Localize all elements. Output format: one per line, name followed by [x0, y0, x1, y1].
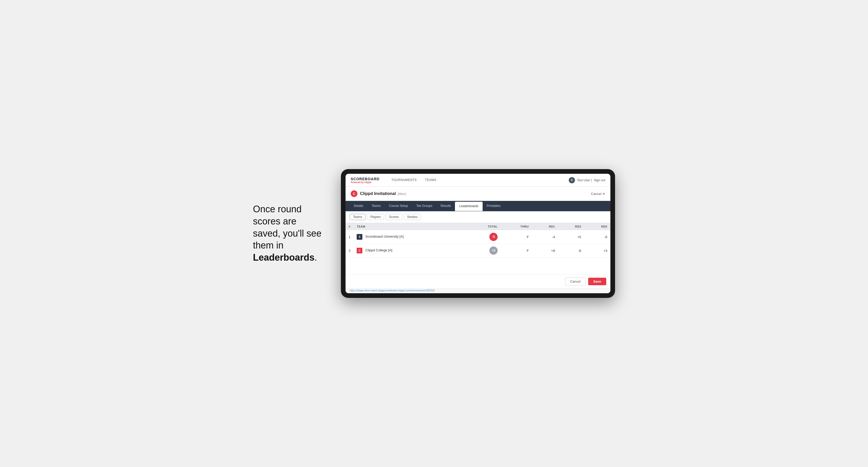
cancel-button-header[interactable]: Cancel ✕ — [591, 192, 605, 196]
table-header-row: # TEAM TOTAL THRU RD1 RD2 RD3 — [345, 223, 610, 230]
nav-teams[interactable]: TEAMS — [421, 174, 440, 187]
user-name: Test User | — [577, 179, 592, 182]
tournament-subtitle: (Men) — [398, 192, 406, 196]
sub-navigation: Details Teams Course Setup Tee Groups Re… — [345, 201, 610, 211]
tab-leaderboards[interactable]: Leaderboards — [455, 202, 483, 211]
url-bar: https://stage-blue-coach.stagescoreboard… — [345, 288, 610, 293]
col-rank: # — [345, 223, 353, 230]
tab-tee-groups[interactable]: Tee Groups — [412, 201, 436, 211]
rd1-cell: +8 — [532, 244, 558, 257]
total-cell: +3 — [467, 244, 501, 257]
rank-cell: 2 — [345, 244, 353, 257]
filter-bar: Teams Players Scores Strokes — [345, 211, 610, 223]
sign-out-link[interactable]: Sign out — [594, 179, 605, 182]
cancel-button-footer[interactable]: Cancel — [565, 277, 585, 285]
logo-powered: Powered by clippd — [351, 181, 379, 184]
thru-cell: F — [501, 244, 532, 257]
nav-items: TOURNAMENTS TEAMS — [387, 174, 569, 187]
leaderboard-content: # TEAM TOTAL THRU RD1 RD2 RD3 1 S Scoreb… — [345, 223, 610, 275]
filter-players[interactable]: Players — [367, 214, 384, 220]
team-cell: C Clippd College [A] — [353, 244, 467, 257]
col-thru: THRU — [501, 223, 532, 230]
top-navigation: SCOREBOARD Powered by clippd TOURNAMENTS… — [345, 174, 610, 187]
team-logo: C — [356, 248, 362, 253]
footer: Cancel Save — [345, 275, 610, 288]
nav-tournaments[interactable]: TOURNAMENTS — [387, 174, 421, 187]
col-team: TEAM — [353, 223, 467, 230]
rd2-cell: +5 — [558, 230, 584, 244]
rd3-cell: -6 — [584, 230, 610, 244]
logo-main: SCOREBOARD — [351, 177, 379, 181]
col-total: TOTAL — [467, 223, 501, 230]
team-name: Scoreboard University [A] — [366, 235, 403, 239]
team-cell: S Scoreboard University [A] — [353, 230, 467, 244]
table-row: 2 C Clippd College [A] +3 F +8 -8 +3 — [345, 244, 610, 257]
tab-teams[interactable]: Teams — [368, 201, 385, 211]
leaderboard-table: # TEAM TOTAL THRU RD1 RD2 RD3 1 S Scoreb… — [345, 223, 610, 257]
table-row: 1 S Scoreboard University [A] -5 F -4 +5… — [345, 230, 610, 244]
thru-cell: F — [501, 230, 532, 244]
tablet-screen: SCOREBOARD Powered by clippd TOURNAMENTS… — [345, 174, 610, 293]
filter-strokes[interactable]: Strokes — [404, 214, 421, 220]
filter-teams[interactable]: Teams — [350, 214, 366, 220]
tournament-header: C Clippd Invitational (Men) Cancel ✕ — [345, 187, 610, 201]
score-badge: -5 — [489, 233, 498, 241]
rank-cell: 1 — [345, 230, 353, 244]
total-cell: -5 — [467, 230, 501, 244]
team-name: Clippd College [A] — [366, 248, 392, 252]
tab-results[interactable]: Results — [436, 201, 455, 211]
filter-scores[interactable]: Scores — [385, 214, 402, 220]
tab-details[interactable]: Details — [350, 201, 368, 211]
rd3-cell: +3 — [584, 244, 610, 257]
team-logo: S — [356, 234, 362, 240]
rd2-cell: -8 — [558, 244, 584, 257]
user-avatar: S — [569, 177, 575, 183]
tournament-title: Clippd Invitational — [360, 191, 396, 196]
col-rd2: RD2 — [558, 223, 584, 230]
side-text: Once round scores are saved, you'll see … — [253, 203, 326, 264]
tablet-device: SCOREBOARD Powered by clippd TOURNAMENTS… — [341, 169, 615, 298]
logo-area: SCOREBOARD Powered by clippd — [351, 177, 379, 184]
tournament-icon: C — [351, 190, 358, 197]
tab-printables[interactable]: Printables — [483, 201, 505, 211]
save-button[interactable]: Save — [588, 278, 606, 285]
rd1-cell: -4 — [532, 230, 558, 244]
col-rd1: RD1 — [532, 223, 558, 230]
tab-course-setup[interactable]: Course Setup — [385, 201, 412, 211]
col-rd3: RD3 — [584, 223, 610, 230]
score-badge: +3 — [489, 246, 498, 255]
nav-right: S Test User | Sign out — [569, 177, 605, 183]
